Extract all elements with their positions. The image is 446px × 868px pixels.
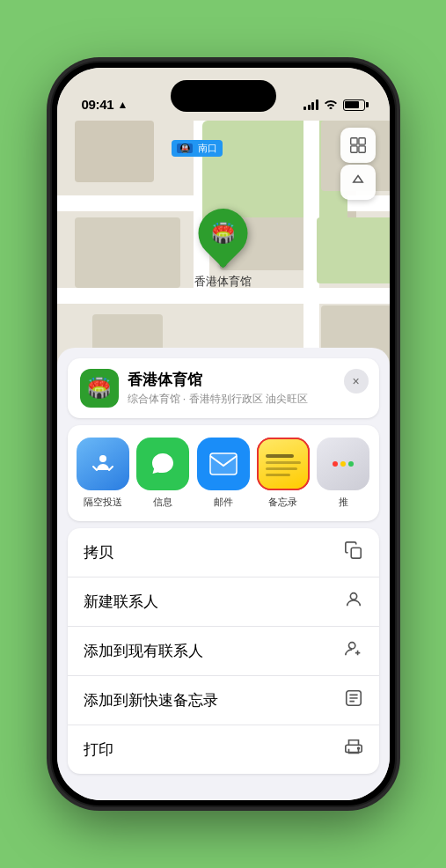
action-add-existing-contact[interactable]: 添加到现有联系人 (68, 627, 379, 676)
map-view-button[interactable] (340, 128, 376, 163)
note-icon (344, 688, 363, 712)
notes-icon (257, 438, 310, 490)
close-button[interactable]: × (344, 369, 369, 394)
action-new-contact[interactable]: 新建联系人 (68, 577, 379, 627)
person-add-icon (344, 639, 363, 663)
svg-point-8 (350, 593, 356, 600)
action-copy[interactable]: 拷贝 (68, 528, 379, 577)
location-button[interactable] (340, 165, 376, 200)
airdrop-label: 隔空投送 (75, 496, 131, 509)
venue-info: 香港体育馆 综合体育馆 · 香港特别行政区 油尖旺区 (128, 370, 367, 407)
location-pin: 🏟️ 香港体育馆 (194, 209, 252, 290)
action-add-to-notes[interactable]: 添加到新快速备忘录 (68, 676, 379, 725)
mail-icon (197, 438, 250, 490)
action-add-existing-label: 添加到现有联系人 (84, 641, 203, 661)
pin-circle: 🏟️ (188, 198, 258, 268)
share-notes[interactable]: 备忘录 (255, 438, 311, 509)
action-add-notes-label: 添加到新快速备忘录 (84, 690, 218, 710)
airdrop-icon (77, 438, 129, 490)
venue-emoji: 🏟️ (87, 377, 111, 400)
notes-label: 备忘录 (255, 496, 311, 509)
action-print[interactable]: 打印 (68, 725, 379, 774)
svg-point-9 (348, 643, 355, 649)
wifi-icon (324, 98, 338, 112)
venue-name: 香港体育馆 (128, 370, 367, 390)
svg-rect-1 (358, 138, 364, 144)
pin-label: 香港体育馆 (194, 274, 252, 290)
pin-emoji: 🏟️ (211, 222, 235, 245)
subway-label: 🚇 南口 (172, 140, 223, 157)
more-icon (317, 438, 369, 490)
phone-screen: 09:41 ▲ (57, 68, 390, 800)
svg-rect-3 (358, 146, 364, 152)
venue-subtitle: 综合体育馆 · 香港特别行政区 油尖旺区 (128, 392, 367, 407)
more-dots (333, 461, 354, 467)
person-icon (344, 590, 363, 614)
messages-icon (136, 438, 189, 490)
map-controls (340, 128, 376, 200)
phone-frame: 09:41 ▲ (52, 63, 395, 805)
bottom-sheet: 🏟️ 香港体育馆 综合体育馆 · 香港特别行政区 油尖旺区 × (57, 348, 390, 800)
more-label: 推 (315, 496, 371, 509)
svg-rect-7 (351, 548, 361, 558)
action-copy-label: 拷贝 (84, 542, 113, 563)
copy-icon (344, 541, 363, 564)
action-new-contact-label: 新建联系人 (84, 592, 158, 612)
battery-icon (343, 99, 365, 111)
status-time: 09:41 (82, 97, 114, 112)
mail-label: 邮件 (194, 496, 251, 509)
status-icons (303, 98, 365, 112)
venue-icon: 🏟️ (80, 369, 119, 408)
svg-rect-0 (350, 138, 356, 144)
action-print-label: 打印 (84, 739, 113, 760)
share-more[interactable]: 推 (315, 438, 371, 509)
venue-card: 🏟️ 香港体育馆 综合体育馆 · 香港特别行政区 油尖旺区 × (68, 358, 379, 418)
svg-rect-2 (350, 146, 356, 152)
share-messages[interactable]: 信息 (135, 438, 191, 509)
share-mail[interactable]: 邮件 (194, 438, 251, 509)
action-list: 拷贝 新建联系人 (68, 528, 379, 774)
messages-label: 信息 (135, 496, 191, 509)
svg-point-12 (357, 747, 359, 749)
dynamic-island (171, 80, 276, 112)
share-row: 隔空投送 信息 (68, 425, 379, 521)
svg-point-4 (99, 455, 106, 462)
signal-icon (303, 99, 318, 110)
location-arrow-icon: ▲ (117, 99, 128, 111)
share-airdrop[interactable]: 隔空投送 (75, 438, 131, 509)
printer-icon (344, 738, 363, 761)
svg-rect-5 (210, 453, 237, 474)
